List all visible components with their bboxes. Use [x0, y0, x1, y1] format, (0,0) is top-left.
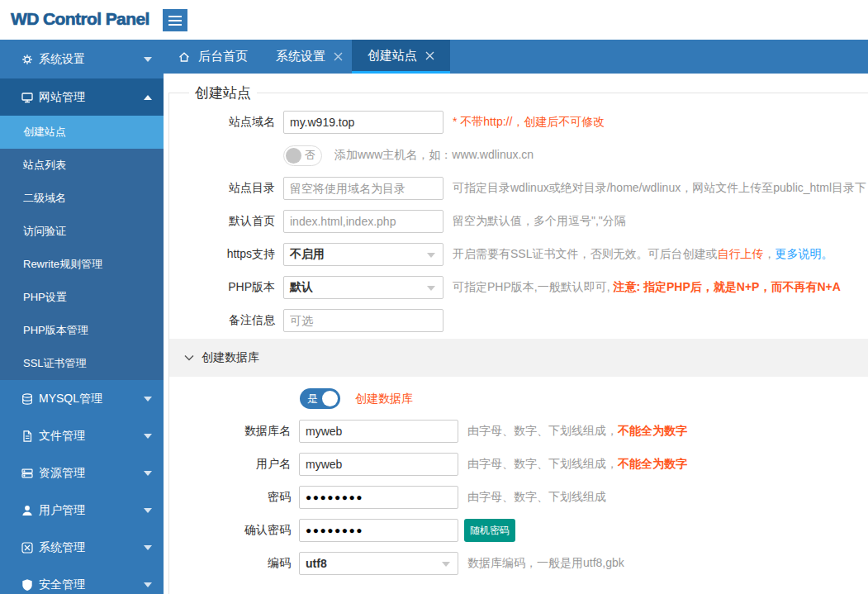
field-hint: * 不带http://，创建后不可修改: [453, 115, 605, 130]
hint-text: ，: [763, 247, 775, 260]
hint-text: 由字母、数字、下划线组成，: [467, 457, 618, 470]
form-row-www-toggle: 否 添加www主机名，如：www.wdlinux.cn: [169, 139, 868, 172]
monitor-icon: [21, 91, 34, 104]
hint-text: 由字母、数字、下划线组成，: [467, 424, 618, 437]
random-password-button[interactable]: 随机密码: [464, 519, 515, 542]
site-domain-input[interactable]: [283, 111, 443, 134]
home-icon: [178, 50, 191, 64]
toggle-knob: [322, 391, 338, 406]
sidebar-item-security-mgmt[interactable]: 安全管理: [0, 566, 164, 594]
sidebar-item-resource-mgmt[interactable]: 资源管理: [0, 454, 164, 492]
sidebar-item-system-settings[interactable]: 系统设置: [0, 40, 164, 78]
field-label: 编码: [169, 556, 291, 571]
form-row-domain: 站点域名 * 不带http://，创建后不可修改: [169, 106, 868, 139]
field-label: 站点目录: [169, 181, 275, 196]
https-select[interactable]: 不启用: [283, 243, 443, 266]
form-row-index: 默认首页 留空为默认值，多个用逗号","分隔: [169, 205, 868, 238]
hint-text: 开启需要有SSL证书文件，否则无效。可后台创建或: [453, 247, 717, 260]
chevron-down-icon: [442, 562, 450, 567]
more-info-link[interactable]: 更多说明: [775, 247, 821, 260]
sidebar-item-system-mgmt[interactable]: 系统管理: [0, 529, 164, 566]
field-hint: 可指定目录wdlinux或绝对目录/home/wdlinux，网站文件上传至pu…: [453, 181, 866, 196]
sidebar-item-file-mgmt[interactable]: 文件管理: [0, 417, 164, 454]
db-password-input[interactable]: [299, 486, 458, 509]
field-label: 备注信息: [169, 313, 275, 328]
site-dir-input[interactable]: [283, 177, 443, 200]
chevron-down-icon: [144, 434, 152, 439]
field-label: 默认首页: [169, 214, 275, 229]
file-icon: [21, 430, 34, 443]
charset-select[interactable]: utf8: [299, 552, 458, 575]
chevron-down-icon: [144, 508, 152, 513]
sidebar-item-website-mgmt[interactable]: 网站管理: [0, 78, 164, 116]
field-hint: 开启需要有SSL证书文件，否则无效。可后台创建或自行上传，更多说明。: [453, 247, 832, 262]
chevron-down-icon: [427, 286, 435, 291]
field-hint: 留空为默认值，多个用逗号","分隔: [453, 214, 626, 229]
select-value: 默认: [290, 280, 313, 295]
sidebar-subitem-rewrite[interactable]: Rewrite规则管理: [0, 248, 164, 281]
db-section-header[interactable]: 创建数据库: [169, 339, 868, 377]
sidebar-item-user-mgmt[interactable]: 用户管理: [0, 492, 164, 529]
tab-label: 系统设置: [276, 49, 325, 64]
chevron-up-icon: [144, 95, 152, 100]
panel-title: 创建站点: [189, 83, 257, 102]
hint-text: 。: [821, 247, 832, 260]
note-input[interactable]: [283, 309, 443, 332]
user-icon: [21, 504, 34, 517]
hint-warning: 不能全为数字: [618, 424, 687, 437]
sidebar-item-label: 文件管理: [39, 429, 85, 444]
tab-system-settings[interactable]: 系统设置: [262, 40, 357, 74]
sidebar-subitem-site-list[interactable]: 站点列表: [0, 149, 164, 182]
sidebar-item-label: 系统设置: [39, 52, 85, 67]
form-row-dbname: 数据库名 由字母、数字、下划线组成，不能全为数字: [169, 415, 868, 448]
sidebar-subitem-php-settings[interactable]: PHP设置: [0, 281, 164, 314]
field-label: 站点域名: [169, 115, 275, 130]
app-logo: WD Control Panel: [11, 9, 149, 29]
sidebar-item-label: 用户管理: [39, 503, 85, 518]
www-toggle[interactable]: 否: [283, 145, 322, 166]
tools-icon: [21, 541, 34, 554]
sidebar-subitem-php-version[interactable]: PHP版本管理: [0, 314, 164, 347]
sidebar-item-label: 网站管理: [39, 90, 85, 105]
create-site-panel: 创建站点 站点域名 * 不带http://，创建后不可修改 否 添加www主机名…: [168, 83, 868, 594]
tab-label: 创建站点: [368, 48, 417, 64]
tab-label: 后台首页: [198, 49, 248, 64]
field-label: https支持: [169, 247, 275, 262]
tab-create-site[interactable]: 创建站点: [352, 40, 450, 74]
db-name-input[interactable]: [299, 420, 458, 443]
toggle-knob: [286, 148, 301, 164]
gear-icon: [21, 53, 34, 66]
field-label: 确认密码: [169, 523, 291, 538]
db-password-confirm-input[interactable]: [299, 519, 458, 542]
field-label: 用户名: [169, 457, 291, 472]
db-toggle-row: 是 创建数据库: [169, 388, 868, 409]
tab-home[interactable]: 后台首页: [164, 40, 262, 74]
sidebar-subitem-access-auth[interactable]: 访问验证: [0, 215, 164, 248]
chevron-down-icon: [144, 57, 152, 62]
sidebar-item-mysql-mgmt[interactable]: MYSQL管理: [0, 380, 164, 417]
hint-warning: 注意: 指定PHP后，就是N+P，而不再有N+A: [613, 280, 840, 293]
close-icon[interactable]: [425, 51, 434, 60]
sidebar-subitem-subdomain[interactable]: 二级域名: [0, 182, 164, 215]
chevron-down-icon: [144, 545, 152, 550]
server-icon: [21, 467, 34, 480]
sidebar-subitem-ssl-cert[interactable]: SSL证书管理: [0, 347, 164, 380]
sidebar-subitem-create-site[interactable]: 创建站点: [0, 116, 164, 149]
create-db-toggle[interactable]: 是: [300, 388, 340, 409]
db-user-input[interactable]: [299, 453, 458, 476]
field-hint: 可指定PHP版本,一般默认即可, 注意: 指定PHP后，就是N+P，而不再有N+…: [453, 280, 841, 295]
create-db-label: 创建数据库: [355, 392, 413, 406]
field-hint: 添加www主机名，如：www.wdlinux.cn: [334, 148, 534, 163]
chevron-down-icon: [144, 471, 152, 476]
chevron-down-icon: [144, 582, 152, 587]
form-row-charset: 编码 utf8 数据库编码，一般是用utf8,gbk: [169, 547, 868, 580]
php-version-select[interactable]: 默认: [283, 276, 443, 299]
select-value: 不启用: [290, 247, 325, 262]
upload-cert-link[interactable]: 自行上传: [717, 247, 763, 260]
field-label: 密码: [169, 490, 291, 505]
default-index-input[interactable]: [283, 210, 443, 233]
close-icon[interactable]: [334, 52, 343, 61]
menu-toggle-button[interactable]: [163, 9, 187, 31]
tab-bar: 后台首页 系统设置 创建站点: [164, 40, 868, 74]
app-header: WD Control Panel: [0, 0, 868, 40]
